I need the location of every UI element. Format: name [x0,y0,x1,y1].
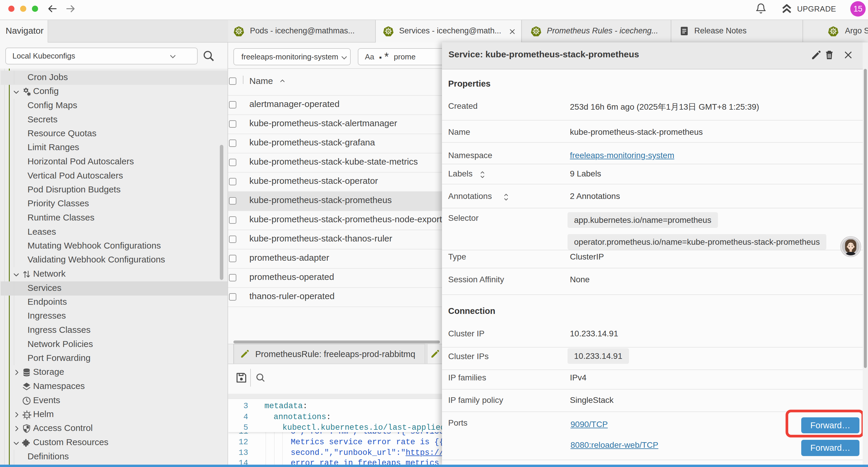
svg-text:HELM: HELM [23,413,30,416]
